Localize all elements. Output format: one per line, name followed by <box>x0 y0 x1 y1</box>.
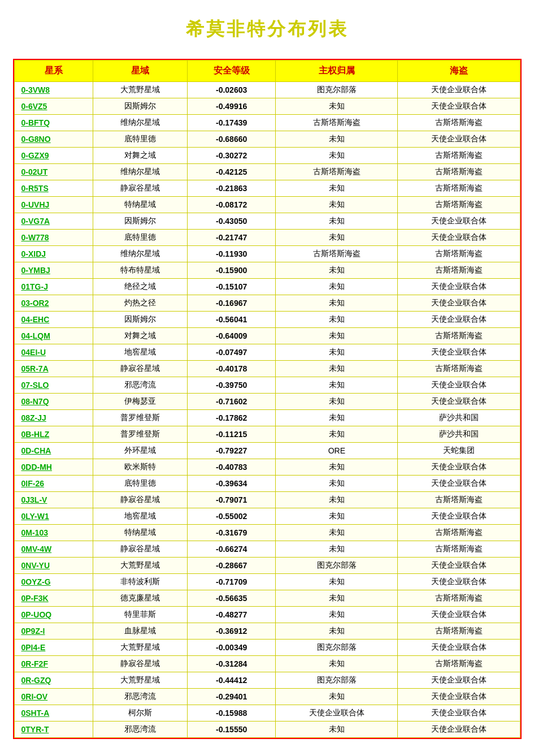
security-cell: -0.71709 <box>187 574 275 590</box>
data-cell: 非特波利斯 <box>93 574 188 590</box>
security-cell: -0.21863 <box>187 180 275 197</box>
system-cell[interactable]: 0MV-4W <box>14 541 93 558</box>
system-cell[interactable]: 0DD-MH <box>14 459 93 476</box>
system-cell[interactable]: 0TYR-T <box>14 722 93 738</box>
security-cell: -0.08172 <box>187 197 275 213</box>
data-cell: 天使企业联合体 <box>398 722 520 738</box>
data-cell: 萨沙共和国 <box>398 410 520 426</box>
system-cell[interactable]: 0-XIDJ <box>14 246 93 262</box>
system-cell[interactable]: 04-LQM <box>14 328 93 344</box>
system-cell[interactable]: 0NV-YU <box>14 558 93 574</box>
security-cell: -0.15107 <box>187 279 275 295</box>
system-cell[interactable]: 0LY-W1 <box>14 508 93 525</box>
system-cell[interactable]: 01TG-J <box>14 279 93 295</box>
system-cell[interactable]: 07-SLO <box>14 377 93 394</box>
security-cell: -0.29401 <box>187 689 275 705</box>
table-row: 0-R5TS静寂谷星域-0.21863未知古斯塔斯海盗 <box>14 180 520 197</box>
table-row: 08Z-JJ普罗维登斯-0.17862未知萨沙共和国 <box>14 410 520 426</box>
system-cell[interactable]: 0PI4-E <box>14 640 93 656</box>
data-cell: 天使企业联合体 <box>398 689 520 705</box>
data-cell: 未知 <box>276 180 398 197</box>
security-cell: -0.30272 <box>187 148 275 164</box>
data-cell: 古斯塔斯海盗 <box>398 197 520 213</box>
data-cell: 未知 <box>276 230 398 246</box>
system-cell[interactable]: 05R-7A <box>14 361 93 377</box>
system-cell[interactable]: 04EI-U <box>14 344 93 361</box>
data-cell: 未知 <box>276 541 398 558</box>
security-cell: -0.56635 <box>187 590 275 607</box>
system-cell[interactable]: 0-UVHJ <box>14 197 93 213</box>
table-row: 0J3L-V静寂谷星域-0.79071未知古斯塔斯海盗 <box>14 492 520 508</box>
system-cell[interactable]: 0-BFTQ <box>14 115 93 131</box>
table-row: 0SHT-A柯尔斯-0.15988天使企业联合体天使企业联合体 <box>14 705 520 722</box>
security-cell: -0.40178 <box>187 361 275 377</box>
data-cell: 古斯塔斯海盗 <box>398 246 520 262</box>
system-cell[interactable]: 04-EHC <box>14 312 93 328</box>
data-cell: 图克尔部落 <box>276 640 398 656</box>
system-cell[interactable]: 0-3VW8 <box>14 82 93 98</box>
security-cell: -0.64009 <box>187 328 275 344</box>
data-cell: 未知 <box>276 344 398 361</box>
system-cell[interactable]: 0RI-OV <box>14 689 93 705</box>
data-cell: 因斯姆尔 <box>93 213 188 230</box>
security-cell: -0.28667 <box>187 558 275 574</box>
security-cell: -0.44412 <box>187 672 275 689</box>
system-cell[interactable]: 0IF-26 <box>14 476 93 492</box>
table-row: 0RI-OV邪恶湾流-0.29401未知天使企业联合体 <box>14 689 520 705</box>
data-cell: 地窖星域 <box>93 344 188 361</box>
system-cell[interactable]: 0-VG7A <box>14 213 93 230</box>
data-cell: 天使企业联合体 <box>398 672 520 689</box>
system-cell[interactable]: 0-6VZ5 <box>14 98 93 115</box>
system-cell[interactable]: 0-R5TS <box>14 180 93 197</box>
system-cell[interactable]: 0J3L-V <box>14 492 93 508</box>
data-cell: 天使企业联合体 <box>398 344 520 361</box>
system-cell[interactable]: 0OYZ-G <box>14 574 93 590</box>
data-cell: 特纳星域 <box>93 525 188 541</box>
table-row: 0R-GZQ大荒野星域-0.44412图克尔部落天使企业联合体 <box>14 672 520 689</box>
system-cell[interactable]: 0-W778 <box>14 230 93 246</box>
system-cell[interactable]: 03-OR2 <box>14 295 93 312</box>
table-row: 05R-7A静寂谷星域-0.40178未知古斯塔斯海盗 <box>14 361 520 377</box>
data-cell: 天使企业联合体 <box>398 295 520 312</box>
data-cell: 外环星域 <box>93 443 188 459</box>
data-cell: 图克尔部落 <box>276 672 398 689</box>
system-cell[interactable]: 0-GZX9 <box>14 148 93 164</box>
col-header-pirate: 海盗 <box>398 61 520 82</box>
system-cell[interactable]: 08Z-JJ <box>14 410 93 426</box>
table-header-row: 星系 星域 安全等级 主权归属 海盗 <box>14 61 520 82</box>
system-cell[interactable]: 08-N7Q <box>14 394 93 410</box>
system-cell[interactable]: 0P-UOQ <box>14 607 93 623</box>
data-cell: 邪恶湾流 <box>93 377 188 394</box>
data-cell: 天使企业联合体 <box>398 640 520 656</box>
data-cell: 天使企业联合体 <box>398 279 520 295</box>
system-cell[interactable]: 0P9Z-I <box>14 623 93 640</box>
system-cell[interactable]: 0SHT-A <box>14 705 93 722</box>
table-row: 0-XIDJ维纳尔星域-0.11930古斯塔斯海盗古斯塔斯海盗 <box>14 246 520 262</box>
system-cell[interactable]: 0R-GZQ <box>14 672 93 689</box>
data-cell: 大荒野星域 <box>93 558 188 574</box>
system-cell[interactable]: 0R-F2F <box>14 656 93 672</box>
system-cell[interactable]: 0-02UT <box>14 164 93 180</box>
data-cell: 底特里德 <box>93 230 188 246</box>
system-cell[interactable]: 0M-103 <box>14 525 93 541</box>
data-cell: 特纳星域 <box>93 197 188 213</box>
data-cell: 天使企业联合体 <box>398 213 520 230</box>
data-cell: 图克尔部落 <box>276 82 398 98</box>
data-cell: 伊梅瑟亚 <box>93 394 188 410</box>
system-cell[interactable]: 0-G8NO <box>14 131 93 148</box>
system-cell[interactable]: 0B-HLZ <box>14 426 93 443</box>
security-cell: -0.17439 <box>187 115 275 131</box>
data-cell: 天使企业联合体 <box>276 705 398 722</box>
data-cell: 未知 <box>276 328 398 344</box>
data-cell: 未知 <box>276 525 398 541</box>
table-row: 0-BFTQ维纳尔星域-0.17439古斯塔斯海盗古斯塔斯海盗 <box>14 115 520 131</box>
system-cell[interactable]: 0P-F3K <box>14 590 93 607</box>
system-cell[interactable]: 0D-CHA <box>14 443 93 459</box>
data-cell: 古斯塔斯海盗 <box>398 164 520 180</box>
col-header-system: 星系 <box>14 61 93 82</box>
data-cell: ORE <box>276 443 398 459</box>
system-cell[interactable]: 0-YMBJ <box>14 262 93 279</box>
security-cell: -0.21747 <box>187 230 275 246</box>
table-row: 08-N7Q伊梅瑟亚-0.71602未知天使企业联合体 <box>14 394 520 410</box>
data-cell: 古斯塔斯海盗 <box>398 328 520 344</box>
